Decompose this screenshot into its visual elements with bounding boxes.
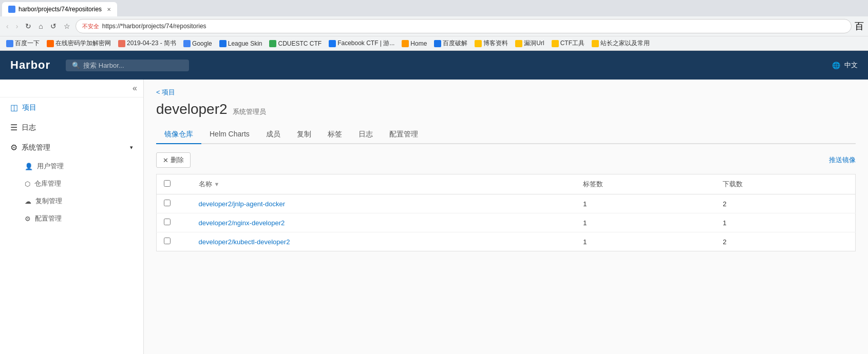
browser-tabs: harbor/projects/74/repositories ✕ — [0, 0, 868, 16]
sidebar-sub-menu: 👤 用户管理 ⬡ 仓库管理 ☁ 复制管理 ⚙ 配置管理 — [0, 158, 143, 227]
row3-checkbox-cell — [157, 232, 192, 251]
bm-favicon-mima — [47, 40, 54, 47]
bm-label-jianshu: 2019-04-23 - 简书 — [127, 39, 176, 48]
bm-label-facebook: Facebook CTF | 游... — [337, 39, 394, 48]
row3-checkbox[interactable] — [164, 238, 171, 244]
bookmark-mima[interactable]: 在线密码学加解密网 — [45, 38, 113, 48]
bookmark-home[interactable]: Home — [400, 40, 429, 48]
table-row: developer2/jnlp-agent-docker 1 2 — [157, 194, 856, 213]
bm-label-mangdong: 漏洞Url — [524, 39, 544, 48]
tab-logs[interactable]: 日志 — [350, 126, 381, 144]
replication-mgmt-icon: ☁ — [25, 198, 31, 205]
bm-favicon-stationmaster — [592, 40, 599, 47]
row2-repo-link[interactable]: developer2/nginx-developer2 — [199, 219, 285, 227]
header-right: 🌐 中文 — [832, 61, 858, 70]
url-display: https://*harbor/projects/74/repositories — [102, 23, 845, 30]
home-button[interactable]: ⌂ — [36, 21, 45, 31]
search-box[interactable]: 🔍 — [66, 60, 189, 71]
row1-name-cell: developer2/jnlp-agent-docker — [192, 194, 576, 213]
bookmark-google[interactable]: Google — [181, 40, 214, 48]
reload-button[interactable]: ↻ — [23, 21, 33, 31]
address-bar[interactable]: 不安全 https://*harbor/projects/74/reposito… — [76, 19, 852, 33]
star-button[interactable]: ☆ — [62, 21, 72, 31]
user-mgmt-icon: 👤 — [25, 163, 33, 170]
forward-button[interactable]: › — [14, 21, 21, 31]
tab-tags[interactable]: 标签 — [319, 126, 350, 144]
bm-favicon-google — [183, 40, 191, 47]
row1-checkbox[interactable] — [164, 200, 171, 206]
bookmark-bokeyuan[interactable]: 博客资料 — [473, 38, 510, 48]
sidebar-item-config-mgmt[interactable]: ⚙ 配置管理 — [0, 210, 143, 227]
bm-favicon-baidupojie — [434, 40, 441, 47]
name-filter-icon[interactable]: ▼ — [214, 181, 220, 187]
search-input[interactable] — [83, 62, 183, 69]
table-header-row: 名称 ▼ 标签数 下载数 — [157, 174, 856, 194]
row3-name-cell: developer2/kubectl-developer2 — [192, 232, 576, 251]
repo-mgmt-label: 仓库管理 — [34, 179, 61, 188]
lang-selector[interactable]: 中文 — [844, 61, 858, 70]
bm-label-home: Home — [410, 40, 427, 47]
th-tags: 标签数 — [576, 174, 715, 194]
bookmark-facebook[interactable]: Facebook CTF | 游... — [327, 38, 397, 48]
user-mgmt-label: 用户管理 — [37, 162, 64, 171]
sidebar-item-user-mgmt[interactable]: 👤 用户管理 — [0, 158, 143, 175]
bm-favicon-baidu1 — [6, 40, 13, 47]
bookmark-baidupojie[interactable]: 百度破解 — [432, 38, 469, 48]
tab-helm-charts[interactable]: Helm Charts — [201, 126, 258, 144]
bookmark-baidu1[interactable]: 百度一下 — [4, 38, 42, 48]
bookmark-league[interactable]: League Skin — [217, 40, 265, 48]
undo-button[interactable]: ↺ — [48, 21, 59, 31]
bookmark-jianshu[interactable]: 2019-04-23 - 简书 — [116, 38, 178, 48]
bm-label-bokeyuan: 博客资料 — [483, 39, 508, 48]
app-body: « ◫ 项目 ☰ 日志 ⚙ 系统管理 ▾ 👤 用户管理 ⬡ — [0, 80, 868, 354]
row2-checkbox[interactable] — [164, 219, 171, 225]
sidebar-item-sysadmin[interactable]: ⚙ 系统管理 ▾ — [0, 137, 143, 158]
bm-label-stationmaster: 站长之家以及常用 — [600, 39, 650, 48]
back-button[interactable]: ‹ — [4, 21, 11, 31]
bookmark-ctf[interactable]: CTF工具 — [550, 38, 587, 48]
app: Harbor 🔍 🌐 中文 « ◫ 项目 ☰ 日志 ⚙ — [0, 51, 868, 354]
breadcrumb[interactable]: < 项目 — [156, 88, 856, 97]
page-title-row: developer2 系统管理员 — [156, 101, 856, 117]
bm-favicon-bokeyuan — [475, 40, 482, 47]
app-logo: Harbor — [10, 58, 50, 72]
sidebar-item-replication-mgmt[interactable]: ☁ 复制管理 — [0, 192, 143, 210]
row3-repo-link[interactable]: developer2/kubectl-developer2 — [199, 238, 290, 246]
tab-members[interactable]: 成员 — [258, 126, 289, 144]
row1-checkbox-cell — [157, 194, 192, 213]
delete-icon: ✕ — [163, 156, 168, 164]
tab-replication[interactable]: 复制 — [289, 126, 319, 144]
security-warning: 不安全 — [82, 23, 99, 30]
tab-close-btn[interactable]: ✕ — [107, 7, 111, 12]
sidebar-item-projects[interactable]: ◫ 项目 — [0, 97, 143, 117]
main-content: < 项目 developer2 系统管理员 镜像仓库 Helm Charts 成… — [144, 80, 868, 354]
bookmark-stationmaster[interactable]: 站长之家以及常用 — [590, 38, 652, 48]
sidebar-collapse-button[interactable]: « — [133, 84, 137, 93]
config-mgmt-label: 配置管理 — [35, 214, 62, 223]
tab-mirror-repo[interactable]: 镜像仓库 — [156, 126, 201, 144]
sidebar-item-repo-mgmt[interactable]: ⬡ 仓库管理 — [0, 175, 143, 192]
sidebar-item-logs[interactable]: ☰ 日志 — [0, 117, 143, 137]
bookmark-cduestc[interactable]: CDUESTC CTF — [267, 40, 324, 48]
th-select-all — [157, 174, 192, 194]
row2-checkbox-cell — [157, 213, 192, 232]
delete-button[interactable]: ✕ 删除 — [156, 152, 191, 168]
bookmark-mangdong[interactable]: 漏洞Url — [513, 38, 546, 48]
repo-mgmt-icon: ⬡ — [25, 180, 30, 188]
projects-icon: ◫ — [10, 103, 18, 112]
chevron-down-icon: ▾ — [130, 144, 133, 151]
row3-downloads-cell: 2 — [715, 232, 855, 251]
globe-icon: 🌐 — [832, 62, 840, 69]
tab-title: harbor/projects/74/repositories — [18, 6, 102, 13]
search-icon: 🔍 — [72, 62, 80, 69]
bm-label-baidupojie: 百度破解 — [443, 39, 467, 48]
push-image-button[interactable]: 推送镜像 — [829, 155, 856, 165]
row2-downloads-cell: 1 — [715, 213, 855, 232]
sidebar-label-logs: 日志 — [22, 123, 36, 132]
bm-favicon-facebook — [329, 40, 336, 47]
name-filter-header: 名称 ▼ — [199, 180, 569, 189]
row1-repo-link[interactable]: developer2/jnlp-agent-docker — [199, 200, 285, 208]
table-row: developer2/nginx-developer2 1 1 — [157, 213, 856, 232]
tab-config[interactable]: 配置管理 — [381, 126, 426, 144]
select-all-checkbox[interactable] — [164, 180, 171, 187]
